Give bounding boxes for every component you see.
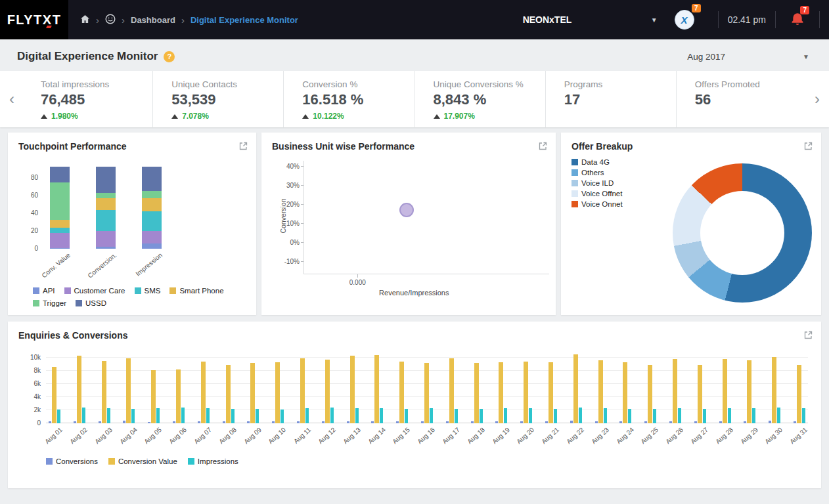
legend-item[interactable]: Data 4G	[571, 158, 623, 166]
legend-item[interactable]: Voice Offnet	[571, 190, 623, 198]
bar[interactable]	[424, 363, 429, 423]
bar[interactable]	[520, 421, 523, 423]
bar[interactable]	[322, 421, 325, 423]
smiley-icon[interactable]	[105, 14, 116, 26]
bar[interactable]	[794, 421, 796, 423]
bar[interactable]	[173, 421, 175, 423]
bar[interactable]	[471, 421, 474, 423]
donut-chart[interactable]	[673, 163, 812, 303]
flytxt-logo[interactable]: FLYTXT	[0, 0, 68, 39]
period-dropdown[interactable]: Aug 2017 ▼	[687, 52, 809, 62]
bar[interactable]	[529, 408, 532, 424]
bar[interactable]	[325, 360, 330, 423]
scatter-bubble[interactable]	[399, 203, 414, 217]
bar[interactable]	[449, 358, 454, 423]
bar[interactable]	[280, 410, 284, 423]
bar[interactable]	[297, 421, 300, 423]
bar[interactable]	[673, 359, 677, 423]
bar[interactable]	[151, 370, 156, 423]
expand-icon[interactable]	[238, 141, 248, 151]
legend-item[interactable]: Customer Care	[64, 287, 125, 295]
bar[interactable]	[107, 408, 110, 423]
bar[interactable]	[223, 421, 225, 423]
bar[interactable]	[275, 362, 280, 423]
bar[interactable]	[49, 421, 51, 424]
bar[interactable]	[573, 354, 578, 423]
bar[interactable]	[396, 421, 399, 423]
bar[interactable]	[148, 422, 150, 424]
stacked-bar[interactable]	[142, 167, 162, 249]
bar[interactable]	[772, 357, 776, 423]
bar[interactable]	[421, 421, 424, 423]
bar[interactable]	[504, 408, 507, 423]
bar[interactable]	[554, 409, 557, 424]
bar[interactable]	[648, 365, 652, 423]
bar[interactable]	[247, 421, 250, 423]
expand-icon[interactable]	[803, 330, 813, 340]
bar[interactable]	[82, 408, 85, 423]
bar[interactable]	[723, 359, 727, 423]
bar[interactable]	[747, 360, 751, 423]
bar[interactable]	[653, 409, 656, 423]
legend-item[interactable]: Conversion Value	[108, 457, 177, 465]
legend-item[interactable]: Others	[571, 169, 623, 177]
bar[interactable]	[430, 408, 433, 423]
bar[interactable]	[549, 362, 553, 423]
home-icon[interactable]	[80, 14, 90, 26]
legend-item[interactable]: Voice Onnet	[571, 200, 623, 208]
bar[interactable]	[330, 408, 334, 423]
bar[interactable]	[474, 363, 479, 423]
legend-item[interactable]: Conversions	[46, 457, 98, 465]
bar[interactable]	[347, 421, 349, 423]
bar[interactable]	[604, 408, 607, 423]
bar[interactable]	[198, 421, 200, 423]
bar[interactable]	[802, 408, 805, 423]
bar[interactable]	[102, 361, 106, 423]
bar[interactable]	[371, 421, 374, 424]
bar[interactable]	[744, 421, 746, 423]
bar[interactable]	[176, 369, 181, 423]
bar[interactable]	[595, 421, 598, 423]
bar[interactable]	[201, 362, 206, 423]
bar[interactable]	[380, 408, 383, 423]
bar[interactable]	[231, 409, 235, 424]
legend-item[interactable]: Smart Phone	[169, 287, 223, 295]
bar[interactable]	[719, 421, 722, 423]
legend-item[interactable]: Trigger	[33, 299, 66, 307]
bar[interactable]	[669, 421, 672, 423]
bar[interactable]	[598, 360, 603, 423]
bar[interactable]	[579, 408, 582, 423]
bar[interactable]	[623, 362, 627, 423]
bar[interactable]	[250, 363, 255, 423]
breadcrumb-dashboard[interactable]: Dashboard	[131, 15, 175, 25]
bar[interactable]	[156, 408, 160, 424]
bar[interactable]	[752, 408, 755, 423]
bar[interactable]	[57, 410, 60, 423]
kpi-prev-button[interactable]: ‹	[9, 91, 14, 107]
bar[interactable]	[678, 408, 681, 423]
bar[interactable]	[126, 358, 131, 423]
bar[interactable]	[355, 408, 359, 424]
bar[interactable]	[226, 365, 231, 423]
bar[interactable]	[300, 358, 305, 423]
legend-item[interactable]: API	[33, 287, 55, 295]
bar[interactable]	[305, 408, 309, 423]
bar[interactable]	[644, 421, 647, 423]
bar[interactable]	[399, 362, 404, 423]
bar[interactable]	[797, 365, 801, 423]
operator-dropdown[interactable]: NEONxTEL ▼	[523, 14, 658, 25]
legend-item[interactable]: USSD	[76, 299, 106, 307]
bar[interactable]	[374, 355, 379, 423]
bar[interactable]	[524, 362, 528, 423]
bar[interactable]	[570, 421, 573, 423]
bar[interactable]	[446, 421, 449, 423]
legend-item[interactable]: Voice ILD	[571, 179, 623, 187]
bar[interactable]	[131, 409, 135, 423]
bar[interactable]	[698, 365, 702, 423]
legend-item[interactable]: SMS	[135, 287, 161, 295]
notifications-bell[interactable]: 7	[792, 12, 803, 28]
bar[interactable]	[181, 408, 185, 424]
bar[interactable]	[256, 409, 259, 423]
user-avatar[interactable]: X 7	[675, 10, 694, 30]
bar[interactable]	[703, 409, 706, 424]
